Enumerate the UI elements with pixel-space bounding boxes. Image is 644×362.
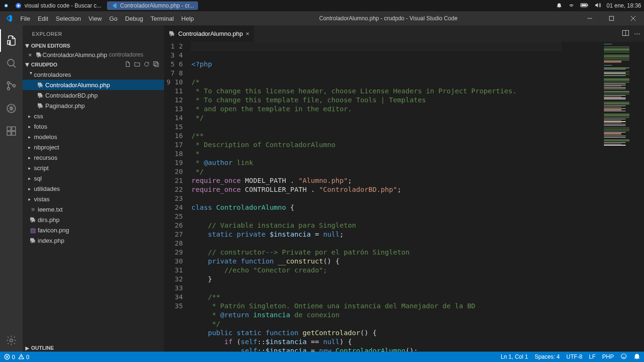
tree-file[interactable]: ▨favicon.png — [23, 225, 164, 235]
titlebar: File Edit Selection View Go Debug Termin… — [0, 11, 644, 25]
project-header[interactable]: ▶ CRUDPDO — [23, 60, 164, 69]
open-editor-name: ControladorAlumno.php — [42, 51, 107, 58]
tree-folder-controladores[interactable]: ▸ controladores — [23, 69, 164, 80]
php-file-icon: 🐘 — [36, 52, 42, 58]
open-editor-item[interactable]: × 🐘 ControladorAlumno.php controladores — [23, 49, 164, 60]
collapse-icon[interactable] — [153, 61, 159, 68]
os-task-vscode[interactable]: ControladorAlumno.php - cr... — [107, 1, 198, 10]
tree-file[interactable]: 🐘index.php — [23, 235, 164, 246]
tree-file[interactable]: ≡leeme.txt — [23, 204, 164, 214]
sidebar-title: EXPLORER — [23, 25, 164, 42]
activity-explorer[interactable] — [0, 29, 23, 52]
new-folder-icon[interactable] — [134, 61, 140, 68]
tree-file[interactable]: 🐘 ControladorAlumno.php — [23, 80, 164, 90]
php-file-icon: 🐘 — [28, 238, 38, 244]
activity-debug[interactable] — [0, 97, 23, 120]
feedback-icon[interactable] — [620, 353, 627, 361]
wifi-icon[interactable] — [568, 2, 575, 10]
tree-folder[interactable]: ▸sql — [23, 173, 164, 183]
os-menu-icon[interactable] — [3, 2, 9, 9]
file-label: ControladorBD.php — [45, 92, 98, 99]
status-bar: 0 0 Ln 1, Col 1 Spaces: 4 UTF-8 LF PHP — [0, 352, 644, 362]
minimize-button[interactable] — [579, 11, 601, 25]
status-encoding[interactable]: UTF-8 — [566, 354, 582, 360]
svg-point-21 — [621, 354, 627, 359]
tree-folder[interactable]: ▸nbproject — [23, 142, 164, 152]
new-file-icon[interactable] — [124, 61, 131, 68]
folder-label: recursos — [34, 154, 58, 161]
folder-label: script — [34, 165, 49, 172]
os-task-chrome[interactable]: visual studio code - Buscar c... — [11, 1, 105, 10]
open-editor-dir: controladores — [109, 51, 143, 58]
folder-label: sql — [34, 175, 42, 182]
menu-selection[interactable]: Selection — [52, 12, 84, 25]
status-lncol[interactable]: Ln 1, Col 1 — [501, 354, 528, 360]
svg-rect-6 — [587, 4, 588, 6]
tree-folder[interactable]: ▸fotos — [23, 121, 164, 132]
status-errors[interactable]: 0 — [4, 354, 15, 361]
tree-folder[interactable]: ▸recursos — [23, 152, 164, 163]
activity-settings[interactable] — [0, 329, 23, 352]
tree-folder[interactable]: ▸vistas — [23, 194, 164, 204]
current-line-highlight — [191, 42, 561, 51]
svg-rect-7 — [610, 16, 614, 21]
chevron-icon: ▸ — [28, 145, 34, 150]
bell-icon[interactable] — [556, 2, 562, 10]
chevron-icon: ▸ — [28, 114, 34, 119]
menu-file[interactable]: File — [17, 12, 34, 25]
code-area[interactable]: 1 2 3 4 5 6 7 8 9 10 11 12 13 14 15 16 1… — [164, 42, 644, 352]
menu-edit[interactable]: Edit — [34, 12, 52, 25]
minimap[interactable] — [603, 42, 644, 352]
status-warnings[interactable]: 0 — [18, 354, 29, 361]
refresh-icon[interactable] — [143, 61, 150, 68]
volume-icon[interactable] — [594, 2, 601, 10]
tree-file[interactable]: 🐘 Paginador.php — [23, 100, 164, 111]
line-gutter: 1 2 3 4 5 6 7 8 9 10 11 12 13 14 15 16 1… — [164, 42, 191, 352]
tree-folder[interactable]: ▸utilidades — [23, 183, 164, 194]
svg-point-1 — [5, 5, 7, 7]
close-icon[interactable]: × — [246, 30, 249, 37]
folder-label: vistas — [34, 196, 50, 203]
tree-file[interactable]: 🐘 ControladorBD.php — [23, 90, 164, 100]
os-clock[interactable]: 01 ene, 18:36 — [607, 2, 641, 9]
tab-active[interactable]: 🐘 ControladorAlumno.php × — [164, 25, 254, 42]
chevron-icon: ▸ — [28, 134, 34, 140]
close-icon[interactable]: × — [28, 51, 36, 58]
maximize-button[interactable] — [601, 11, 622, 25]
tree-folder[interactable]: ▸modelos — [23, 132, 164, 142]
tree-file[interactable]: 🐘dirs.php — [23, 214, 164, 225]
editor: 🐘 ControladorAlumno.php × ⋯ 1 2 3 4 5 6 … — [164, 25, 644, 352]
file-tree: ▸ controladores 🐘 ControladorAlumno.php … — [23, 69, 164, 246]
menu-debug[interactable]: Debug — [121, 12, 147, 25]
menu-view[interactable]: View — [85, 12, 106, 25]
menu-help[interactable]: Help — [178, 12, 198, 25]
status-language[interactable]: PHP — [602, 354, 614, 360]
split-editor-icon[interactable] — [622, 29, 629, 38]
sidebar: EXPLORER ▶ OPEN EDITORS × 🐘 ControladorA… — [23, 25, 164, 352]
activity-scm[interactable] — [0, 74, 23, 97]
outline-header[interactable]: ▶ OUTLINE — [23, 344, 164, 352]
activity-search[interactable] — [0, 52, 23, 74]
file-label: Paginador.php — [45, 102, 85, 109]
menu-terminal[interactable]: Terminal — [147, 12, 177, 25]
close-button[interactable] — [622, 11, 644, 25]
status-eol[interactable]: LF — [589, 354, 595, 360]
svg-point-9 — [8, 82, 10, 84]
code-content[interactable]: <?php /* * To change this license header… — [191, 42, 603, 352]
svg-rect-13 — [7, 127, 11, 131]
notifications-icon[interactable] — [634, 353, 640, 361]
open-editors-header[interactable]: ▶ OPEN EDITORS — [23, 42, 164, 49]
battery-icon[interactable] — [580, 2, 589, 9]
chevron-icon: ▸ — [28, 186, 34, 191]
more-icon[interactable]: ⋯ — [634, 30, 640, 37]
folder-label: controladores — [34, 71, 71, 78]
folder-label: utilidades — [34, 185, 60, 192]
chevron-right-icon: ▶ — [24, 346, 31, 351]
status-spaces[interactable]: Spaces: 4 — [535, 354, 560, 360]
vscode-icon — [111, 2, 117, 9]
tree-folder[interactable]: ▸css — [23, 111, 164, 121]
menu-go[interactable]: Go — [106, 12, 121, 25]
activity-extensions[interactable] — [0, 120, 23, 142]
tab-label: ControladorAlumno.php — [178, 30, 243, 37]
tree-folder[interactable]: ▸script — [23, 163, 164, 173]
